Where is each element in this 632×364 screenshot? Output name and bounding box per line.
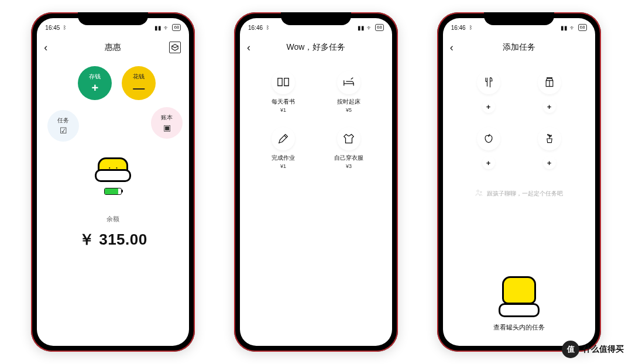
- plus-icon: +: [91, 82, 98, 94]
- watermark-badge: 值: [562, 341, 579, 358]
- task-price: ¥1: [280, 107, 286, 113]
- battery-icon: 68: [578, 24, 587, 31]
- utensils-icon: [477, 71, 500, 94]
- task-read[interactable]: 每天看书 ¥1: [255, 71, 311, 113]
- navbar: ‹ Wow，好多任务: [240, 35, 392, 60]
- balance-amount: ￥ 315.00: [37, 229, 189, 250]
- ledger-label: 账本: [161, 114, 173, 122]
- phone-1: 16:45ᛒ ▮▮ᯤ68 ‹ 惠惠 存钱 + 花钱 —: [31, 12, 195, 352]
- ledger-button[interactable]: 账本 ▣: [151, 107, 183, 139]
- wifi-icon: ᯤ: [164, 25, 170, 31]
- bed-icon: [337, 71, 360, 94]
- battery-icon: 68: [375, 24, 384, 31]
- bluetooth-icon: ᛒ: [469, 25, 472, 30]
- milk-icon: [538, 71, 561, 94]
- tasks-label: 任务: [57, 116, 69, 125]
- people-icon: [475, 189, 483, 198]
- spend-button[interactable]: 花钱 —: [122, 66, 156, 100]
- signal-icon: ▮▮: [358, 25, 365, 31]
- back-icon[interactable]: ‹: [450, 42, 454, 53]
- battery-icon: 68: [172, 24, 181, 31]
- wifi-icon: ᯤ: [367, 25, 373, 31]
- plant-icon: [538, 127, 561, 150]
- wifi-icon: ᯤ: [570, 25, 576, 31]
- jar-caption: 查看罐头内的任务: [443, 323, 595, 332]
- navbar: ‹ 惠惠: [37, 35, 189, 60]
- task-price: ¥1: [280, 163, 286, 169]
- watermark-text: 什么值得买: [583, 344, 624, 355]
- add-plus-icon: +: [482, 156, 495, 169]
- task-price: ¥3: [346, 163, 352, 169]
- svg-point-1: [480, 191, 481, 193]
- page-title: 惠惠: [105, 42, 121, 53]
- task-label: 自己穿衣服: [334, 154, 363, 162]
- add-plus-icon: +: [543, 100, 556, 113]
- back-icon[interactable]: ‹: [247, 42, 250, 53]
- jar-device[interactable]: • ‿ •: [37, 157, 189, 195]
- phone-2: 16:46ᛒ ▮▮ᯤ68 ‹ Wow，好多任务 每天看书 ¥1 按时起床: [234, 12, 398, 352]
- bluetooth-icon: ᛒ: [266, 25, 269, 30]
- task-dress[interactable]: 自己穿衣服 ¥3: [321, 127, 377, 169]
- notch: [484, 12, 554, 25]
- add-task-plant[interactable]: +: [524, 127, 575, 169]
- task-label: 按时起床: [337, 98, 360, 106]
- pencil-icon: [272, 127, 295, 150]
- shirt-icon: [337, 127, 360, 150]
- balance-label: 余额: [37, 215, 189, 224]
- book-open-icon: [272, 71, 295, 94]
- back-icon[interactable]: ‹: [44, 42, 47, 53]
- task-label: 每天看书: [272, 98, 295, 106]
- deposit-button[interactable]: 存钱 +: [78, 66, 112, 100]
- watermark: 值 什么值得买: [562, 341, 624, 358]
- notch: [78, 12, 148, 25]
- add-plus-icon: +: [543, 156, 556, 169]
- task-label: 完成作业: [272, 154, 295, 162]
- status-time: 16:46: [248, 25, 263, 31]
- deposit-label: 存钱: [89, 73, 101, 81]
- device-battery-icon: [104, 188, 122, 195]
- task-price: ¥5: [346, 107, 352, 113]
- navbar: ‹ 添加任务: [443, 35, 595, 60]
- view-jar-tasks[interactable]: 查看罐头内的任务: [443, 276, 595, 332]
- add-task-milk[interactable]: +: [524, 71, 575, 113]
- svg-point-0: [477, 190, 479, 193]
- status-time: 16:45: [45, 25, 60, 31]
- task-homework[interactable]: 完成作业 ¥1: [255, 127, 311, 169]
- apple-icon: [477, 127, 500, 150]
- checklist-icon: ☑: [60, 126, 67, 135]
- package-icon[interactable]: [169, 42, 181, 53]
- signal-icon: ▮▮: [561, 25, 568, 31]
- task-wakeup[interactable]: 按时起床 ¥5: [321, 71, 377, 113]
- status-time: 16:46: [451, 25, 466, 31]
- notch: [281, 12, 351, 25]
- spend-label: 花钱: [133, 73, 145, 81]
- signal-icon: ▮▮: [154, 25, 162, 31]
- add-task-apple[interactable]: +: [463, 127, 514, 169]
- minus-icon: —: [133, 82, 145, 94]
- add-task-eat[interactable]: +: [463, 71, 514, 113]
- hint-text: 跟孩子聊聊，一起定个任务吧: [443, 189, 595, 198]
- phone-3: 16:46ᛒ ▮▮ᯤ68 ‹ 添加任务 + +: [437, 12, 601, 352]
- page-title: 添加任务: [503, 42, 535, 53]
- book-icon: ▣: [163, 123, 171, 132]
- page-title: Wow，好多任务: [287, 42, 346, 53]
- tasks-button[interactable]: 任务 ☑: [47, 110, 79, 142]
- bluetooth-icon: ᛒ: [63, 25, 66, 30]
- add-plus-icon: +: [482, 100, 495, 113]
